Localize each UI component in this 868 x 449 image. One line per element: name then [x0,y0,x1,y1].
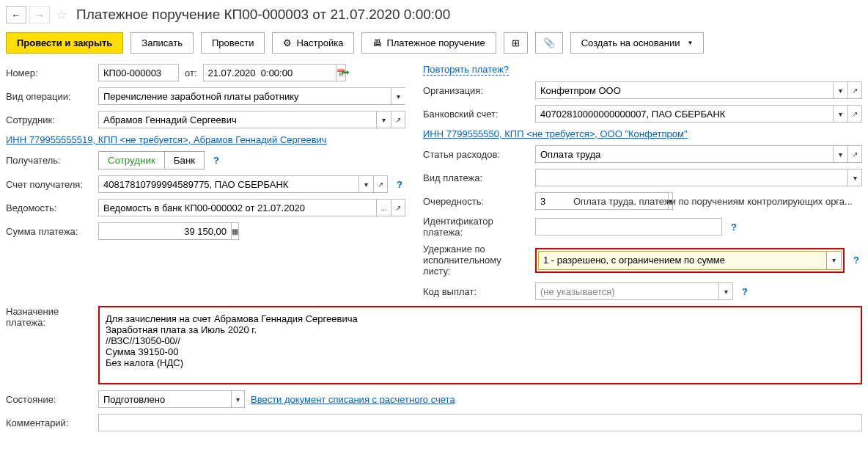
organization-label: Организация: [423,85,529,96]
state-label: Состояние: [6,394,92,405]
dropdown-icon[interactable]: ▾ [718,282,733,300]
favorite-star-icon[interactable]: ☆ [53,6,70,23]
statement-input[interactable] [98,199,376,216]
help-icon[interactable]: ? [850,255,862,266]
structure-button[interactable]: ⊞ [504,32,528,54]
priority-label: Очередность: [423,196,529,207]
purpose-label: Назначение платежа: [6,306,92,328]
nav-forward-button: → [29,6,50,23]
recipient-label: Получатель: [6,155,92,166]
open-icon[interactable]: ↗ [847,105,862,123]
expense-item-input[interactable] [535,145,833,163]
payment-id-label: Идентификатор платежа: [423,216,529,238]
recipient-toggle: Сотрудник Банк [98,151,205,169]
number-input[interactable] [98,64,179,81]
number-label: Номер: [6,67,92,79]
gear-icon: ⚙ [283,37,292,48]
help-icon[interactable]: ? [210,155,222,166]
payment-type-label: Вид платежа: [423,172,529,183]
state-input[interactable] [98,390,231,408]
settings-button[interactable]: ⚙ Настройка [272,32,354,54]
employee-input[interactable] [98,111,376,128]
calculator-icon[interactable]: ▦ [231,222,239,240]
payment-sum-input[interactable] [98,222,231,240]
inn-left-link[interactable]: ИНН 779955555519, КПП <не требуется>, Аб… [6,134,327,145]
page-title: Платежное поручение КП00-000003 от 21.07… [76,7,450,23]
nav-back-button[interactable]: ← [6,6,26,23]
help-icon[interactable]: ? [739,286,751,297]
help-icon[interactable]: ? [394,179,405,190]
post-and-close-button[interactable]: Провести и закрыть [6,32,123,54]
dropdown-icon[interactable]: ▾ [826,252,841,269]
statement-label: Ведомость: [6,202,92,213]
employee-label: Сотрудник: [6,114,92,125]
date-from-label: от: [185,67,197,79]
comment-label: Комментарий: [6,417,92,428]
comment-input[interactable] [98,414,862,431]
operation-type-input[interactable] [98,87,391,105]
open-icon[interactable]: ↗ [391,199,405,216]
recipient-account-input[interactable] [98,175,358,193]
printer-icon: 🖶 [372,37,382,48]
recipient-employee-toggle[interactable]: Сотрудник [99,152,165,169]
special-action-icon[interactable]: ⮕ [341,67,350,79]
priority-text: Оплата труда, платежи по поручениям конт… [573,196,862,207]
purpose-textarea[interactable] [101,309,859,379]
recipient-account-label: Счет получателя: [6,179,92,190]
create-based-button[interactable]: Создать на основании [570,32,705,54]
payment-sum-label: Сумма платежа: [6,226,92,237]
payout-code-label: Код выплат: [423,286,529,297]
bank-account-label: Банковский счет: [423,109,529,120]
dropdown-icon[interactable]: ▾ [833,105,847,123]
open-icon[interactable]: ↗ [847,145,862,163]
state-link[interactable]: Ввести документ списания с расчетного сч… [251,394,455,405]
payment-id-input[interactable] [535,218,722,236]
repeat-payment-link[interactable]: Повторять платеж? [423,64,509,76]
open-icon[interactable]: ↗ [847,81,862,99]
dropdown-icon[interactable]: ▾ [833,145,847,163]
dropdown-icon[interactable]: ▾ [376,111,391,128]
date-input[interactable] [203,64,336,81]
dropdown-icon[interactable]: ▾ [231,390,245,408]
inn-right-link[interactable]: ИНН 7799555550, КПП <не требуется>, ООО … [423,128,688,139]
open-icon[interactable]: ↗ [373,175,388,193]
dropdown-icon[interactable]: ▾ [847,169,862,186]
structure-icon: ⊞ [512,37,520,48]
organization-input[interactable] [535,81,833,99]
bank-account-input[interactable] [535,105,833,123]
expense-item-label: Статья расходов: [423,149,529,160]
payment-type-input[interactable] [535,169,847,186]
dropdown-icon[interactable]: ▾ [391,87,405,105]
attach-button[interactable]: 📎 [535,32,563,54]
retention-label: Удержание по исполнительному листу: [423,244,529,277]
recipient-bank-toggle[interactable]: Банк [165,152,204,169]
open-icon[interactable]: ↗ [391,111,405,128]
post-button[interactable]: Провести [201,32,265,54]
help-icon[interactable]: ? [728,222,740,233]
payout-code-input[interactable] [535,282,718,300]
save-button[interactable]: Записать [130,32,194,54]
retention-input[interactable] [539,252,826,269]
ellipsis-icon[interactable]: … [376,199,391,216]
paperclip-icon: 📎 [543,37,555,48]
dropdown-icon[interactable]: ▾ [358,175,373,193]
print-button[interactable]: 🖶 Платежное поручение [361,32,496,54]
operation-type-label: Вид операции: [6,91,92,102]
dropdown-icon[interactable]: ▾ [833,81,847,99]
